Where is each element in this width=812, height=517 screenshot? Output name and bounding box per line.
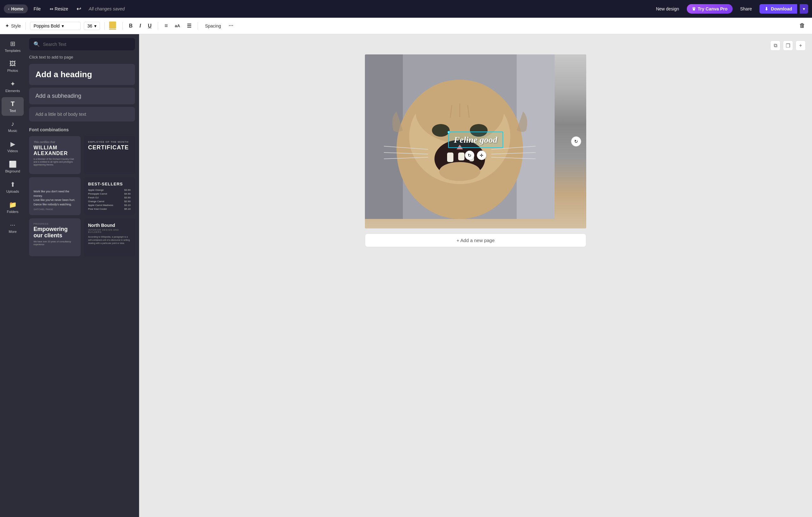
bold-button[interactable]: B [127, 22, 135, 30]
add-new-page-button[interactable]: + Add a new page [365, 234, 586, 247]
try-pro-button[interactable]: ♛ Try Canva Pro [687, 4, 733, 13]
download-chevron-button[interactable]: ▾ [800, 4, 808, 13]
add-subheading-button[interactable]: Add a subheading [29, 88, 135, 104]
canvas-area[interactable]: ⧉ ❐ + [139, 34, 812, 517]
sidebar-item-templates[interactable]: ⊞ Templates [2, 37, 24, 56]
font-selector[interactable]: Poppins Bold ▾ [30, 22, 81, 30]
resize-button[interactable]: ⇔ Resize [47, 4, 71, 13]
bs-row-5: Apple Carrot Madness$3.10 [88, 204, 131, 207]
add-page-icon-button[interactable]: + [795, 40, 806, 51]
sidebar-item-music[interactable]: ♪ Music [2, 117, 24, 136]
sidebar-item-more[interactable]: ··· More [2, 218, 24, 237]
photos-icon: 🖼 [9, 60, 16, 67]
format-toolbar: ✦ Style Poppins Bold ▾ 36 ▾ B I U ≡ aA ☰… [0, 18, 812, 34]
chevron-down-icon: ▾ [803, 6, 805, 11]
home-button[interactable]: ‹ Home [4, 4, 28, 13]
sidebar-item-videos[interactable]: ▶ Videos [2, 137, 24, 156]
search-box[interactable]: 🔍 [29, 38, 135, 50]
list-button[interactable]: ☰ [185, 22, 193, 30]
style-label: Style [11, 23, 21, 28]
card-northbound-title: North Bound [88, 223, 131, 228]
undo-button[interactable]: ↩ [74, 4, 84, 13]
sidebar-label-folders: Folders [7, 210, 19, 214]
color-swatch [109, 22, 116, 28]
new-design-button[interactable]: New design [651, 4, 684, 13]
card-william-desc: is a Member of the Orchard Country Club … [33, 158, 76, 166]
color-underline [109, 29, 116, 30]
spacing-button[interactable]: Spacing [202, 22, 224, 30]
text-move-btn[interactable]: ✛ [477, 151, 486, 160]
sidebar-label-uploads: Uploads [6, 190, 19, 193]
add-heading-button[interactable]: Add a heading [29, 64, 135, 85]
add-page-label: + Add a new page [457, 238, 495, 243]
sidebar-label-templates: Templates [5, 49, 21, 53]
font-card-william[interactable]: This certifies that WILLIAM ALEXANDER is… [29, 136, 81, 174]
card-bestsellers-title: BEST-SELLERS [88, 182, 131, 186]
heading-label: Add a heading [35, 70, 92, 79]
background-icon: ⬜ [9, 160, 17, 168]
share-button[interactable]: Share [735, 4, 757, 13]
sidebar-item-uploads[interactable]: ⬆ Uploads [2, 178, 24, 196]
sidebar-item-elements[interactable]: ✦ Elements [2, 77, 24, 96]
card-progress-desc: We have over 20 years of consultancy exp… [33, 240, 76, 246]
sidebar-item-background[interactable]: ⬜ Bkground [2, 157, 24, 176]
download-button[interactable]: ⬇ Download [759, 4, 797, 13]
font-dropdown-icon: ▾ [62, 23, 64, 28]
card-progress-label: PROGRESS [33, 223, 76, 225]
divider-2 [104, 22, 105, 30]
home-label: Home [11, 6, 23, 11]
font-card-quote[interactable]: Work like you don't need the money.Love … [29, 177, 81, 215]
align-button[interactable]: ≡ [163, 21, 170, 30]
font-card-bestsellers[interactable]: BEST-SELLERS Apple Orange$3.90 Pineapple… [84, 177, 135, 215]
add-body-text-button[interactable]: Add a little bit of body text [29, 107, 135, 121]
bs-row-6: Pear Kiwi Cooler$5.10 [88, 208, 131, 210]
undo-icon: ↩ [77, 6, 81, 12]
saved-status: All changes saved [86, 6, 127, 11]
card-quote-author: SATCHEL PAIGE [33, 208, 76, 211]
style-selector[interactable]: ✦ Style [5, 23, 21, 29]
divider-3 [122, 22, 123, 30]
underline-button[interactable]: U [146, 22, 154, 30]
chevron-left-icon: ‹ [8, 7, 9, 11]
folders-icon: 📁 [9, 201, 17, 209]
divider-1 [25, 22, 26, 30]
sidebar-label-background: Bkground [5, 169, 20, 173]
svg-point-10 [439, 162, 480, 181]
canvas-controls: ⧉ ❐ + [770, 40, 806, 51]
search-icon: 🔍 [33, 41, 40, 47]
italic-button[interactable]: I [138, 22, 143, 30]
search-input[interactable] [43, 42, 130, 47]
font-card-progress[interactable]: PROGRESS Empowering our clients We have … [29, 218, 81, 256]
more-options-button[interactable]: ··· [227, 21, 235, 30]
font-card-employee[interactable]: EMPLOYEE OF THE MONTH CERTIFICATE [84, 136, 135, 174]
resize-handle-tl[interactable] [447, 131, 450, 134]
videos-icon: ▶ [10, 140, 15, 148]
canvas-rotate-handle[interactable]: ↻ [571, 136, 581, 146]
text-color-picker[interactable] [109, 22, 118, 30]
bs-row-1: Apple Orange$3.90 [88, 189, 131, 191]
delete-element-button[interactable]: 🗑 [798, 21, 807, 30]
download-icon: ⬇ [764, 6, 768, 11]
text-rotate-btn[interactable]: ↻ [465, 151, 474, 160]
file-button[interactable]: File [30, 4, 44, 13]
svg-rect-2 [517, 54, 555, 219]
font-size-selector[interactable]: 36 ▾ [84, 22, 100, 30]
selected-text-element[interactable]: Feline good ↻ ✛ [448, 132, 503, 148]
click-to-add-label: Click text to add to page [29, 55, 135, 59]
case-button[interactable]: aA [173, 22, 182, 29]
text-panel: 🔍 Click text to add to page Add a headin… [25, 34, 139, 517]
uploads-icon: ⬆ [10, 181, 16, 188]
sidebar-item-photos[interactable]: 🖼 Photos [2, 57, 24, 76]
duplicate-page-button[interactable]: ⧉ [770, 40, 780, 51]
music-icon: ♪ [11, 120, 14, 128]
svg-rect-1 [365, 54, 403, 219]
copy-page-button[interactable]: ❐ [783, 40, 793, 51]
font-name: Poppins Bold [33, 23, 60, 28]
left-sidebar: ⊞ Templates 🖼 Photos ✦ Elements T Text ♪… [0, 34, 25, 517]
resize-icon: ⇔ [50, 6, 53, 11]
sidebar-item-folders[interactable]: 📁 Folders [2, 198, 24, 217]
font-card-northbound[interactable]: North Bound INTERIOR DESIGN AND BUILDERS… [84, 218, 135, 256]
sidebar-item-text[interactable]: T Text [2, 97, 24, 116]
top-nav: ‹ Home File ⇔ Resize ↩ All changes saved… [0, 0, 812, 18]
sidebar-label-photos: Photos [7, 69, 18, 73]
